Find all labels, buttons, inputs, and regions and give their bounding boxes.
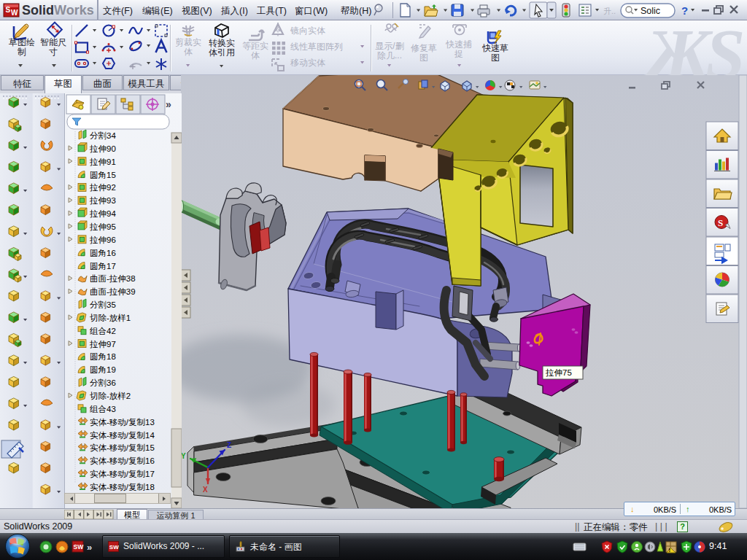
svg-text:拉伸75: 拉伸75 bbox=[545, 368, 572, 377]
svg-text:实体-移动/复制13: 实体-移动/复制13 bbox=[90, 418, 155, 427]
svg-text:S: S bbox=[6, 6, 11, 14]
svg-text:拉伸95: 拉伸95 bbox=[89, 222, 116, 231]
svg-text:拉伸93: 拉伸93 bbox=[89, 196, 116, 205]
svg-text:分割36: 分割36 bbox=[90, 378, 116, 387]
svg-text:圆角15: 圆角15 bbox=[90, 171, 116, 179]
svg-text:圆角19: 圆角19 bbox=[90, 365, 116, 374]
svg-text:拉伸90: 拉伸90 bbox=[89, 144, 116, 153]
svg-text:实体-移动/复制14: 实体-移动/复制14 bbox=[90, 431, 155, 440]
svg-text:实体-移动/复制17: 实体-移动/复制17 bbox=[90, 470, 155, 478]
svg-text:圆角17: 圆角17 bbox=[90, 262, 116, 271]
svg-text:S: S bbox=[718, 217, 723, 228]
svg-text:Z: Z bbox=[227, 441, 231, 449]
svg-text:曲面-拉伸38: 曲面-拉伸38 bbox=[90, 274, 136, 283]
svg-text:SolidWorks: SolidWorks bbox=[22, 3, 94, 18]
svg-text:圆角16: 圆角16 bbox=[90, 249, 116, 257]
svg-text:组合43: 组合43 bbox=[90, 405, 116, 413]
svg-text:实体-移动/复制16: 实体-移动/复制16 bbox=[90, 456, 155, 465]
svg-text:拉伸92: 拉伸92 bbox=[89, 183, 116, 192]
svg-text:拉伸91: 拉伸91 bbox=[89, 158, 116, 166]
svg-text:实体-移动/复制18: 实体-移动/复制18 bbox=[90, 483, 155, 491]
svg-text:Y: Y bbox=[181, 452, 186, 460]
svg-text:拉伸94: 拉伸94 bbox=[89, 209, 116, 218]
svg-text:X: X bbox=[203, 486, 208, 494]
svg-text:分割35: 分割35 bbox=[90, 300, 116, 309]
svg-text:实体-移动/复制15: 实体-移动/复制15 bbox=[90, 443, 155, 452]
svg-text:圆角18: 圆角18 bbox=[90, 352, 116, 361]
svg-text:W: W bbox=[11, 9, 18, 17]
svg-text:升..: 升.. bbox=[603, 7, 616, 15]
svg-text:切除-放样1: 切除-放样1 bbox=[90, 314, 131, 322]
svg-text:分割34: 分割34 bbox=[90, 131, 116, 140]
svg-text:拉伸96: 拉伸96 bbox=[89, 236, 116, 244]
svg-text:曲面-拉伸39: 曲面-拉伸39 bbox=[90, 287, 136, 296]
svg-text:切除-放样2: 切除-放样2 bbox=[90, 392, 131, 400]
svg-text:拉伸97: 拉伸97 bbox=[89, 340, 116, 349]
svg-text:组合42: 组合42 bbox=[90, 327, 116, 335]
svg-text:»: » bbox=[166, 98, 171, 110]
svg-text:!: ! bbox=[669, 547, 671, 553]
